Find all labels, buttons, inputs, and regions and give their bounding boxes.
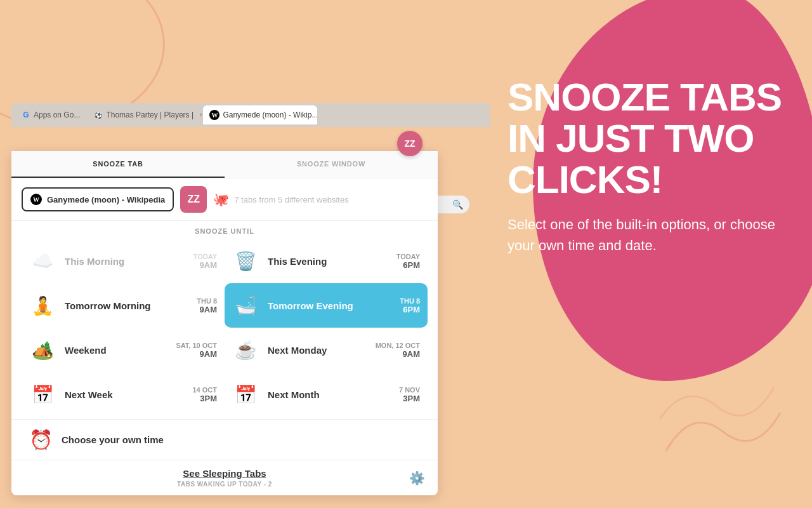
browser-tab-2[interactable]: ⚽ Thomas Partey | Players | × — [88, 105, 202, 124]
tab2-favicon: ⚽ — [94, 110, 103, 119]
tab3-favicon: W — [209, 110, 219, 120]
tomorrow-morning-text: Tomorrow Morning — [65, 300, 188, 311]
popup-footer: See Sleeping Tabs TABS WAKING UP TODAY -… — [11, 460, 438, 495]
snooze-circle-button[interactable]: ZZ — [397, 131, 422, 156]
right-panel: SNOOZE TABS IN JUST TWO CLICKS! Select o… — [508, 76, 787, 256]
next-month-icon: 📅 — [232, 381, 259, 408]
snooze-zz-button[interactable]: ZZ — [180, 186, 207, 213]
tomorrow-evening-icon: 🛁 — [232, 292, 259, 319]
selected-tab-name: Ganymede (moon) - Wikipedia — [47, 195, 165, 204]
next-month-date: 7 NOV 3PM — [399, 386, 420, 403]
this-morning-date: TODAY 9AM — [193, 253, 217, 270]
snooze-until-label: SNOOZE UNTIL — [11, 221, 438, 239]
snooze-popup: SNOOZE TAB SNOOZE WINDOW W Ganymede (moo… — [11, 151, 438, 495]
next-week-text: Next Week — [65, 389, 183, 400]
window-tabs-text: 7 tabs from 5 different websites — [234, 195, 348, 204]
next-week-name: Next Week — [65, 389, 183, 400]
option-this-evening[interactable]: 🗑️ This Evening TODAY 6PM — [225, 239, 428, 283]
tabs-waking-today: TABS WAKING UP TODAY - 2 — [177, 481, 272, 488]
weekend-icon: 🏕️ — [29, 337, 56, 363]
tab-bar: G Apps on Go... ⚽ Thomas Partey | Player… — [11, 103, 490, 127]
selected-tab-pill[interactable]: W Ganymede (moon) - Wikipedia — [22, 187, 174, 211]
octopus-icon: 🐙 — [213, 192, 229, 207]
tomorrow-morning-icon: 🧘 — [29, 292, 56, 319]
wiki-favicon: W — [30, 194, 42, 205]
next-week-date: 14 OCT 3PM — [192, 386, 217, 403]
next-month-text: Next Month — [268, 389, 390, 400]
tab2-close[interactable]: × — [199, 110, 202, 119]
this-morning-text: This Morning — [65, 256, 185, 267]
decorative-squiggle — [653, 356, 793, 470]
tab2-label: Thomas Partey | Players | — [106, 110, 193, 119]
browser-chrome: G Apps on Go... ⚽ Thomas Partey | Player… — [11, 103, 490, 127]
see-sleeping-tabs: See Sleeping Tabs TABS WAKING UP TODAY -… — [177, 468, 272, 488]
tomorrow-evening-name: Tomorrow Evening — [268, 300, 391, 311]
tab-snooze-tab[interactable]: SNOOZE TAB — [11, 151, 225, 178]
option-tomorrow-morning[interactable]: 🧘 Tomorrow Morning THU 8 9AM — [22, 283, 225, 328]
browser-tab-3[interactable]: W Ganymede (moon) - Wikip... × — [203, 105, 317, 124]
search-icon: 🔍 — [452, 199, 463, 210]
choose-own-time-label: Choose your own time — [62, 434, 164, 445]
description: Select one of the built-in options, or c… — [508, 214, 787, 256]
tomorrow-morning-name: Tomorrow Morning — [65, 300, 188, 311]
this-evening-date: TODAY 6PM — [396, 253, 420, 270]
weekend-name: Weekend — [65, 345, 167, 356]
this-evening-name: This Evening — [268, 256, 388, 267]
this-morning-icon: ☁️ — [29, 248, 56, 274]
tomorrow-evening-date: THU 8 6PM — [400, 297, 420, 314]
heading: SNOOZE TABS IN JUST TWO CLICKS! — [508, 76, 787, 200]
tab-selector-row: W Ganymede (moon) - Wikipedia ZZ 🐙 7 tab… — [11, 178, 438, 221]
next-monday-name: Next Monday — [268, 345, 367, 356]
option-next-month[interactable]: 📅 Next Month 7 NOV 3PM — [225, 372, 428, 417]
next-monday-date: MON, 12 OCT 9AM — [376, 342, 420, 359]
this-evening-icon: 🗑️ — [232, 248, 259, 274]
option-this-morning: ☁️ This Morning TODAY 9AM — [22, 239, 225, 283]
next-month-name: Next Month — [268, 389, 390, 400]
window-tabs-info: 🐙 7 tabs from 5 different websites — [213, 192, 348, 207]
options-grid: ☁️ This Morning TODAY 9AM 🗑️ This Evenin… — [11, 239, 438, 417]
this-morning-name: This Morning — [65, 256, 185, 267]
option-next-monday[interactable]: ☕ Next Monday MON, 12 OCT 9AM — [225, 328, 428, 372]
weekend-text: Weekend — [65, 345, 167, 356]
browser-tab-1[interactable]: G Apps on Go... — [15, 105, 86, 124]
settings-icon[interactable]: ⚙️ — [409, 471, 425, 486]
next-week-icon: 📅 — [29, 381, 56, 408]
alarm-icon: ⏰ — [29, 429, 53, 451]
tomorrow-morning-date: THU 8 9AM — [197, 297, 217, 314]
tomorrow-evening-text: Tomorrow Evening — [268, 300, 391, 311]
popup-tab-bar: SNOOZE TAB SNOOZE WINDOW — [11, 151, 438, 178]
see-sleeping-tabs-link[interactable]: See Sleeping Tabs — [183, 468, 266, 479]
tab1-favicon: G — [22, 110, 30, 119]
weekend-date: SAT, 10 OCT 9AM — [176, 342, 217, 359]
tab1-label: Apps on Go... — [34, 110, 80, 119]
tab3-label: Ganymede (moon) - Wikip... — [223, 110, 317, 119]
next-monday-icon: ☕ — [232, 337, 259, 363]
option-weekend[interactable]: 🏕️ Weekend SAT, 10 OCT 9AM — [22, 328, 225, 372]
option-next-week[interactable]: 📅 Next Week 14 OCT 3PM — [22, 372, 225, 417]
choose-own-time-row[interactable]: ⏰ Choose your own time — [11, 419, 438, 460]
this-evening-text: This Evening — [268, 256, 388, 267]
option-tomorrow-evening[interactable]: 🛁 Tomorrow Evening THU 8 6PM — [225, 283, 428, 328]
snooze-circle-label: ZZ — [404, 138, 415, 149]
next-monday-text: Next Monday — [268, 345, 367, 356]
